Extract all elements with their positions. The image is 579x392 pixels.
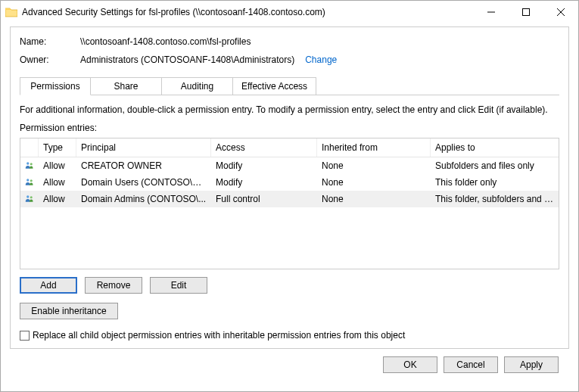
col-principal[interactable]: Principal <box>76 138 211 157</box>
main-panel: Name: \\contosoanf-1408.contoso.com\fsl-… <box>10 26 569 349</box>
tab-effective-access[interactable]: Effective Access <box>233 77 316 95</box>
svg-rect-1 <box>523 9 530 16</box>
apply-button[interactable]: Apply <box>504 356 559 373</box>
edit-button[interactable]: Edit <box>150 277 207 294</box>
svg-point-4 <box>26 162 29 164</box>
owner-value: Administrators (CONTOSOANF-1408\Administ… <box>80 54 294 65</box>
change-owner-link[interactable]: Change <box>305 54 337 65</box>
svg-point-6 <box>26 179 29 181</box>
dialog-buttons: OK Cancel Apply <box>10 349 569 382</box>
col-icon[interactable] <box>20 138 39 157</box>
svg-point-5 <box>30 163 33 165</box>
ok-button[interactable]: OK <box>383 356 437 373</box>
remove-button[interactable]: Remove <box>85 277 142 294</box>
col-applies[interactable]: Applies to <box>431 138 559 157</box>
svg-point-8 <box>26 195 29 198</box>
users-icon <box>25 177 34 188</box>
tab-permissions[interactable]: Permissions <box>20 77 91 95</box>
svg-point-9 <box>30 196 33 198</box>
content-area: Name: \\contosoanf-1408.contoso.com\fsl-… <box>1 23 578 391</box>
name-label: Name: <box>20 36 80 47</box>
users-icon <box>25 194 34 204</box>
users-icon <box>25 160 34 171</box>
table-row[interactable]: Allow Domain Admins (CONTOSO\... Full co… <box>20 191 559 207</box>
entries-label: Permission entries: <box>20 123 559 133</box>
tab-bar: Permissions Share Auditing Effective Acc… <box>20 77 559 95</box>
owner-label: Owner: <box>20 54 80 65</box>
minimize-button[interactable] <box>474 1 509 23</box>
titlebar: Advanced Security Settings for fsl-profi… <box>1 1 578 23</box>
replace-child-checkbox[interactable] <box>20 331 30 341</box>
folder-icon <box>5 7 17 17</box>
maximize-button[interactable] <box>509 1 543 23</box>
table-header: Type Principal Access Inherited from App… <box>20 138 559 157</box>
cancel-button[interactable]: Cancel <box>444 356 498 373</box>
tab-auditing[interactable]: Auditing <box>162 77 233 95</box>
col-access[interactable]: Access <box>211 138 317 157</box>
close-button[interactable] <box>543 1 578 23</box>
add-button[interactable]: Add <box>20 277 77 294</box>
col-type[interactable]: Type <box>39 138 76 157</box>
table-row[interactable]: Allow CREATOR OWNER Modify None Subfolde… <box>20 157 559 174</box>
svg-point-7 <box>30 179 33 182</box>
replace-child-label: Replace all child object permission entr… <box>33 330 405 341</box>
table-row[interactable]: Allow Domain Users (CONTOSO\Do... Modify… <box>20 174 559 191</box>
enable-inheritance-button[interactable]: Enable inheritance <box>20 303 118 319</box>
advanced-security-window: Advanced Security Settings for fsl-profi… <box>0 0 579 392</box>
description-text: For additional information, double-click… <box>20 104 559 115</box>
name-value: \\contosoanf-1408.contoso.com\fsl-profil… <box>80 36 251 47</box>
window-title: Advanced Security Settings for fsl-profi… <box>22 7 474 17</box>
tab-share[interactable]: Share <box>91 77 162 95</box>
col-inherited[interactable]: Inherited from <box>317 138 431 157</box>
permission-table: Type Principal Access Inherited from App… <box>20 138 559 269</box>
